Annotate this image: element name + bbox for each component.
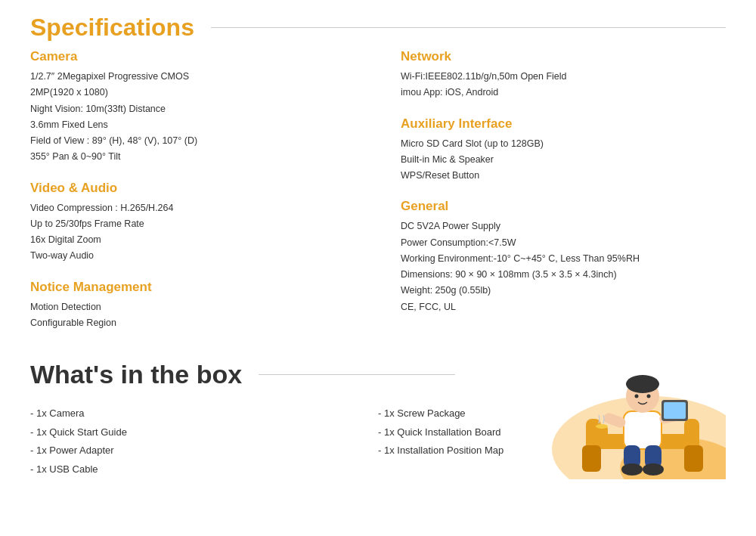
svg-rect-6 <box>684 445 703 472</box>
network-title: Network <box>401 49 726 64</box>
notice-management-specs: Motion Detection Configurable Region <box>30 299 355 332</box>
video-audio-title: Video & Audio <box>30 181 355 196</box>
video-audio-spec-0: Video Compression : H.265/H.264 <box>30 200 355 216</box>
video-audio-specs: Video Compression : H.265/H.264 Up to 25… <box>30 200 355 265</box>
specifications-section: Specifications Camera 1/2.7″ 2Megapixel … <box>30 8 726 346</box>
notice-spec-1: Configurable Region <box>30 315 355 331</box>
camera-spec-1: 2MP(1920 x 1080) <box>30 85 355 101</box>
camera-spec-0: 1/2.7″ 2Megapixel Progressive CMOS <box>30 69 355 85</box>
camera-title: Camera <box>30 49 355 64</box>
video-audio-group: Video & Audio Video Compression : H.265/… <box>30 181 355 265</box>
general-spec-5: CE, FCC, UL <box>401 299 726 315</box>
general-specs: DC 5V2A Power Supply Power Consumption:<… <box>401 218 726 315</box>
specs-left-column: Camera 1/2.7″ 2Megapixel Progressive CMO… <box>30 49 355 346</box>
svg-point-21 <box>596 424 608 429</box>
camera-spec-4: Field of View : 89° (H), 48° (V), 107° (… <box>30 133 355 149</box>
svg-point-18 <box>621 463 643 476</box>
network-specs: Wi-Fi:IEEE802.11b/g/n,50m Open Field imo… <box>401 69 726 101</box>
camera-spec-5: 355° Pan & 0~90° Tilt <box>30 149 355 165</box>
video-audio-spec-3: Two-way Audio <box>30 248 355 264</box>
video-audio-spec-1: Up to 25/30fps Frame Rate <box>30 216 355 232</box>
specs-right-column: Network Wi-Fi:IEEE802.11b/g/n,50m Open F… <box>401 49 726 346</box>
network-group: Network Wi-Fi:IEEE802.11b/g/n,50m Open F… <box>401 49 726 101</box>
specifications-title: Specifications <box>30 14 194 42</box>
video-audio-spec-2: 16x Digital Zoom <box>30 232 355 248</box>
auxiliary-spec-0: Micro SD Card Slot (up to 128GB) <box>401 136 726 152</box>
box-left-items: - 1x Camera - 1x Quick Start Guide - 1x … <box>30 404 378 479</box>
camera-spec-3: 3.6mm Fixed Lens <box>30 117 355 133</box>
svg-point-10 <box>635 394 639 398</box>
svg-rect-15 <box>664 402 686 419</box>
auxiliary-spec-1: Built-in Mic & Speaker <box>401 152 726 168</box>
svg-point-19 <box>643 463 664 476</box>
network-spec-1: imou App: iOS, Android <box>401 85 726 101</box>
box-item-2: - 1x Power Adapter <box>30 442 378 460</box>
general-spec-0: DC 5V2A Power Supply <box>401 218 726 234</box>
person-svg <box>575 351 711 479</box>
whats-in-box-section: What's in the box - 1x Camera - 1x Quick… <box>30 360 726 479</box>
general-title: General <box>401 199 726 214</box>
auxiliary-interface-title: Auxiliary Interface <box>401 116 726 132</box>
general-spec-4: Weight: 250g (0.55lb) <box>401 283 726 299</box>
svg-rect-7 <box>624 411 662 449</box>
general-group: General DC 5V2A Power Supply Power Consu… <box>401 199 726 315</box>
camera-specs: 1/2.7″ 2Megapixel Progressive CMOS 2MP(1… <box>30 69 355 166</box>
svg-rect-5 <box>582 445 601 472</box>
svg-point-9 <box>626 375 659 393</box>
auxiliary-interface-specs: Micro SD Card Slot (up to 128GB) Built-i… <box>401 136 726 184</box>
specifications-heading: Specifications <box>30 14 726 42</box>
notice-management-title: Notice Management <box>30 280 355 295</box>
box-item-1: - 1x Quick Start Guide <box>30 423 378 442</box>
page: Specifications Camera 1/2.7″ 2Megapixel … <box>0 0 756 536</box>
box-item-0: - 1x Camera <box>30 404 378 423</box>
specifications-title-line <box>211 27 726 28</box>
specs-grid: Camera 1/2.7″ 2Megapixel Progressive CMO… <box>30 49 726 346</box>
auxiliary-spec-2: WPS/Reset Button <box>401 168 726 184</box>
general-spec-3: Dimensions: 90 × 90 × 108mm (3.5 × 3.5 ×… <box>401 267 726 283</box>
illustration <box>559 343 726 479</box>
svg-point-11 <box>647 394 651 398</box>
auxiliary-interface-group: Auxiliary Interface Micro SD Card Slot (… <box>401 116 726 184</box>
network-spec-0: Wi-Fi:IEEE802.11b/g/n,50m Open Field <box>401 69 726 85</box>
notice-spec-0: Motion Detection <box>30 299 355 315</box>
general-spec-1: Power Consumption:<7.5W <box>401 235 726 251</box>
general-spec-2: Working Environment:-10° C~+45° C, Less … <box>401 251 726 267</box>
box-title-text: What's in the box <box>30 360 242 389</box>
box-item-3: - 1x USB Cable <box>30 460 378 479</box>
box-title-line <box>259 374 455 375</box>
notice-management-group: Notice Management Motion Detection Confi… <box>30 280 355 332</box>
camera-spec-2: Night Vision: 10m(33ft) Distance <box>30 101 355 117</box>
camera-group: Camera 1/2.7″ 2Megapixel Progressive CMO… <box>30 49 355 166</box>
